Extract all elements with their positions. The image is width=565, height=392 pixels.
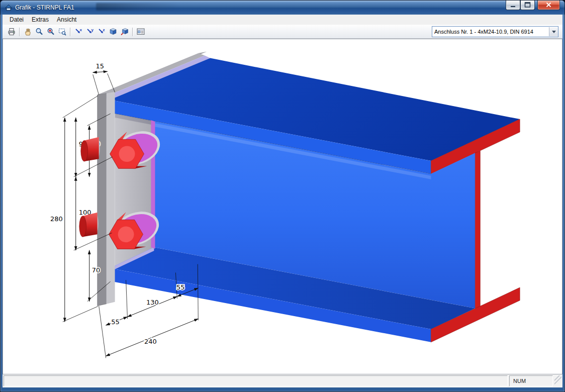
drawing-canvas[interactable]: 15 90 70 280 100 70 55 130 55 240	[3, 39, 562, 374]
print-icon	[7, 27, 16, 36]
dim-col-spacing: 130	[146, 299, 159, 306]
app-window: Grafik - STIRNPL FA1 Datei Extras Ansich…	[0, 0, 565, 392]
app-icon	[5, 4, 13, 12]
view-y-button[interactable]: y	[84, 26, 96, 37]
hand-icon	[23, 27, 32, 36]
menu-ansicht[interactable]: Ansicht	[53, 15, 80, 24]
perspective-view-button[interactable]	[119, 26, 130, 37]
view-y-icon: y	[85, 27, 95, 36]
dim-col-right: 55	[176, 283, 185, 291]
view-x-button[interactable]: x	[72, 26, 84, 37]
magnifier-icon	[35, 27, 44, 36]
connection-select-value: Anschluss Nr. 1 - 4xM24-10.9, DIN 6914	[432, 29, 549, 35]
beam-web-cut-face	[475, 151, 480, 308]
menu-datei[interactable]: Datei	[6, 15, 28, 24]
beam	[110, 58, 520, 342]
pan-button[interactable]	[22, 26, 33, 37]
display-options-button[interactable]	[135, 26, 146, 37]
display-options-icon	[136, 27, 145, 36]
print-button[interactable]	[6, 26, 17, 37]
titlebar[interactable]: Grafik - STIRNPL FA1	[1, 1, 564, 15]
isometric-cube-icon	[109, 27, 118, 36]
dim-col-left: 55	[111, 318, 120, 326]
statusbar-message-panel	[4, 375, 508, 386]
dim-flange-bottom: 70	[92, 266, 101, 274]
svg-text:y: y	[91, 28, 93, 32]
zoom-button[interactable]	[33, 26, 45, 37]
maximize-icon	[521, 1, 534, 9]
zoom-window-button[interactable]	[56, 26, 68, 37]
menubar: Datei Extras Ansicht	[3, 15, 562, 25]
view-z-button[interactable]: z	[96, 26, 107, 37]
close-icon	[538, 1, 559, 9]
minimize-button[interactable]	[506, 1, 520, 10]
close-button[interactable]	[537, 1, 560, 10]
view-z-icon: z	[97, 27, 106, 36]
zoom-cancel-button[interactable]	[45, 26, 56, 37]
background-window-ghost	[96, 3, 179, 11]
toolbar-separator	[132, 28, 133, 36]
resize-grip[interactable]	[554, 375, 561, 386]
toolbar-separator	[19, 28, 20, 36]
svg-text:z: z	[103, 28, 105, 32]
window-title: Grafik - STIRNPL FA1	[15, 4, 74, 11]
connection-3d-view: 15 90 70 280 100 70 55 130 55 240	[3, 39, 562, 374]
num-lock-indicator: NUM	[513, 378, 526, 384]
toolbar-separator	[70, 28, 70, 36]
magnifier-cancel-icon	[46, 27, 55, 36]
view-x-icon: x	[74, 27, 83, 36]
maximize-button[interactable]	[520, 1, 535, 10]
dim-plate-width: 240	[144, 338, 157, 345]
perspective-cube-icon	[120, 27, 129, 36]
dim-plate-thickness: 15	[96, 62, 104, 70]
dim-plate-height: 280	[50, 215, 63, 223]
chevron-down-icon	[552, 31, 556, 33]
isometric-view-button[interactable]	[107, 26, 119, 37]
minimize-icon	[506, 1, 520, 9]
svg-text:x: x	[79, 28, 82, 32]
connection-select[interactable]: Anschluss Nr. 1 - 4xM24-10.9, DIN 6914	[432, 26, 558, 37]
statusbar-num-panel: NUM	[509, 375, 553, 386]
statusbar: NUM	[3, 374, 562, 387]
zoom-window-icon	[58, 27, 67, 36]
bolt-shank-bottom	[79, 213, 99, 237]
connection-select-dropdown-button[interactable]	[549, 27, 558, 36]
bolt-shank-top	[81, 137, 100, 161]
toolbar: x y z	[3, 25, 562, 39]
menu-extras[interactable]: Extras	[28, 15, 53, 24]
